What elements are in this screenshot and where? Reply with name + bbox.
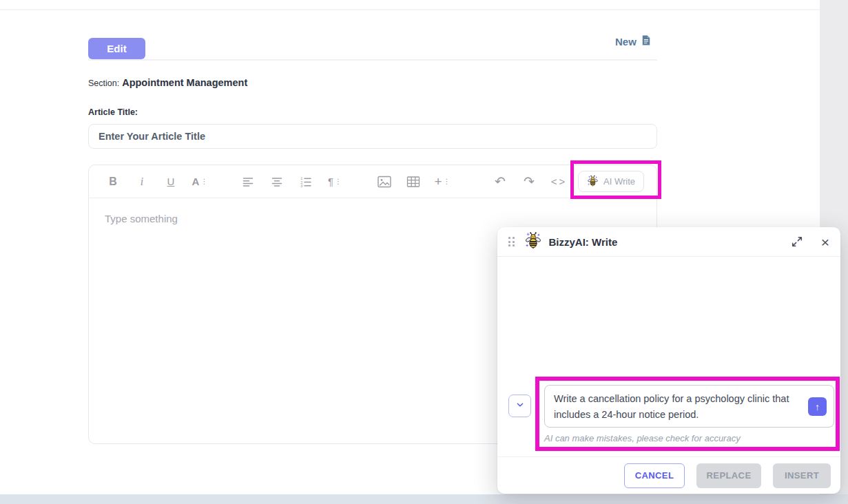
replace-button[interactable]: REPLACE: [696, 463, 761, 488]
tab-underline: [88, 59, 657, 61]
cancel-button[interactable]: CANCEL: [624, 463, 685, 488]
tab-edit[interactable]: Edit: [88, 38, 145, 59]
insert-button[interactable]: INSERT: [773, 463, 831, 488]
bizzyai-write-modal: BizzyAI: Write × Write a cancellation po…: [497, 227, 840, 494]
ai-write-label: AI Write: [603, 176, 635, 187]
bold-icon[interactable]: B: [99, 170, 127, 193]
svg-text:3: 3: [300, 184, 302, 188]
article-title-input[interactable]: [88, 124, 657, 149]
top-divider: [0, 9, 820, 10]
modal-header: BizzyAI: Write ×: [497, 227, 840, 257]
prompt-input[interactable]: Write a cancellation policy for a psycho…: [554, 391, 803, 423]
page: Edit New Section:Appointment Management …: [0, 0, 848, 504]
redo-icon[interactable]: ↷: [515, 170, 544, 193]
ordered-list-icon[interactable]: 1 2 3: [291, 170, 320, 193]
section-value: Appointment Management: [122, 77, 247, 88]
underline-icon[interactable]: U: [156, 170, 185, 193]
submit-prompt-button[interactable]: ↑: [808, 397, 827, 416]
insert-image-icon[interactable]: [370, 170, 399, 193]
modal-footer: CANCEL REPLACE INSERT: [497, 456, 840, 494]
new-article-button[interactable]: New: [615, 33, 651, 50]
align-center-icon[interactable]: [262, 170, 291, 193]
modal-title: BizzyAI: Write: [549, 236, 618, 248]
insert-more-icon[interactable]: +: [428, 170, 457, 193]
bee-icon: [587, 175, 599, 189]
text-format-icon[interactable]: A: [185, 170, 214, 193]
undo-icon[interactable]: ↶: [486, 170, 515, 193]
new-document-icon: [641, 34, 651, 48]
paragraph-format-icon[interactable]: ¶: [320, 170, 349, 193]
article-title-label: Article Title:: [88, 107, 138, 117]
ai-write-button[interactable]: AI Write: [578, 171, 644, 192]
chevron-down-icon: [514, 399, 526, 413]
prompt-options-dropdown[interactable]: [508, 395, 531, 417]
drag-handle-icon[interactable]: [508, 237, 515, 246]
arrow-up-icon: ↑: [815, 401, 820, 412]
bottom-gutter: [0, 494, 848, 504]
editor-toolbar: B i U A 1 2 3 ¶: [89, 165, 656, 198]
code-view-icon[interactable]: <>: [544, 170, 572, 193]
section-row: Section:Appointment Management: [88, 77, 247, 88]
bee-icon: [524, 231, 542, 252]
close-icon[interactable]: ×: [821, 235, 829, 249]
new-label: New: [615, 36, 637, 48]
italic-icon[interactable]: i: [127, 170, 156, 193]
align-left-icon[interactable]: [234, 170, 262, 193]
insert-table-icon[interactable]: [399, 170, 428, 193]
ai-disclaimer: AI can make mistakes, please check for a…: [544, 433, 741, 443]
prompt-input-wrapper: Write a cancellation policy for a psycho…: [544, 385, 834, 428]
expand-icon[interactable]: [791, 235, 803, 248]
section-label: Section:: [88, 78, 119, 88]
